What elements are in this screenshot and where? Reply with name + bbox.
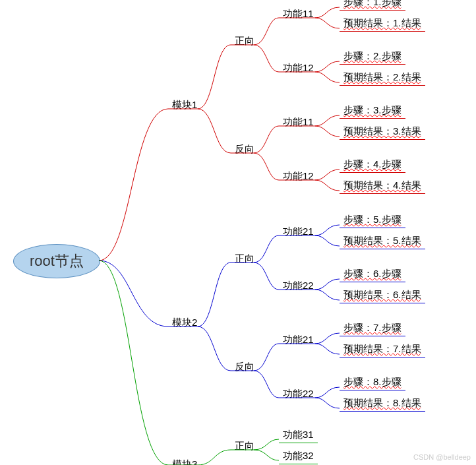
feature-1-2-2[interactable]: 功能12 bbox=[279, 169, 318, 184]
feature-1-1-1[interactable]: 功能11 bbox=[279, 7, 318, 22]
feature-2-1-2[interactable]: 功能22 bbox=[279, 278, 318, 294]
leaf-1-step: 步骤：1.步骤 bbox=[340, 0, 405, 11]
module-2-dir-1[interactable]: 正向 bbox=[231, 251, 258, 266]
watermark: CSDN @belldeep bbox=[413, 453, 471, 461]
leaf-4-step: 步骤：4.步骤 bbox=[340, 157, 405, 173]
module-1-dir-2[interactable]: 反向 bbox=[231, 142, 258, 157]
feature-2-2-1[interactable]: 功能21 bbox=[279, 332, 318, 348]
leaf-1-result: 预期结果：1.结果 bbox=[340, 16, 425, 32]
module-2[interactable]: 模块2 bbox=[168, 315, 201, 330]
module-1[interactable]: 模块1 bbox=[168, 98, 201, 113]
leaf-8-step: 步骤：8.步骤 bbox=[340, 375, 405, 390]
leaf-7-result: 预期结果：7.结果 bbox=[340, 342, 425, 357]
module-3[interactable]: 模块3 bbox=[168, 457, 201, 465]
feature-1-1-2[interactable]: 功能12 bbox=[279, 61, 318, 76]
module-3-dir-1[interactable]: 正向 bbox=[231, 439, 258, 454]
leaf-2-result: 预期结果：2.结果 bbox=[340, 70, 425, 86]
feature-2-1-1[interactable]: 功能21 bbox=[279, 224, 318, 239]
leaf-7-step: 步骤：7.步骤 bbox=[340, 321, 405, 336]
leaf-5-step: 步骤：5.步骤 bbox=[340, 212, 405, 228]
feature-3-1-2[interactable]: 功能32 bbox=[279, 449, 318, 464]
root-label: root节点 bbox=[30, 251, 84, 271]
leaf-5-result: 预期结果：5.结果 bbox=[340, 233, 425, 249]
leaf-2-step: 步骤：2.步骤 bbox=[340, 49, 405, 65]
leaf-3-step: 步骤：3.步骤 bbox=[340, 103, 405, 119]
leaf-6-result: 预期结果：6.结果 bbox=[340, 288, 425, 303]
leaf-3-result: 预期结果：3.结果 bbox=[340, 124, 425, 140]
feature-3-1-1[interactable]: 功能31 bbox=[279, 427, 318, 443]
leaf-4-result: 预期结果：4.结果 bbox=[340, 178, 425, 194]
leaf-6-step: 步骤：6.步骤 bbox=[340, 266, 405, 282]
feature-1-2-1[interactable]: 功能11 bbox=[279, 115, 318, 130]
module-1-dir-1[interactable]: 正向 bbox=[231, 34, 258, 49]
root-node[interactable]: root节点 bbox=[13, 244, 100, 278]
leaf-8-result: 预期结果：8.结果 bbox=[340, 396, 425, 412]
module-2-dir-2[interactable]: 反向 bbox=[231, 359, 258, 375]
feature-2-2-2[interactable]: 功能22 bbox=[279, 387, 318, 402]
